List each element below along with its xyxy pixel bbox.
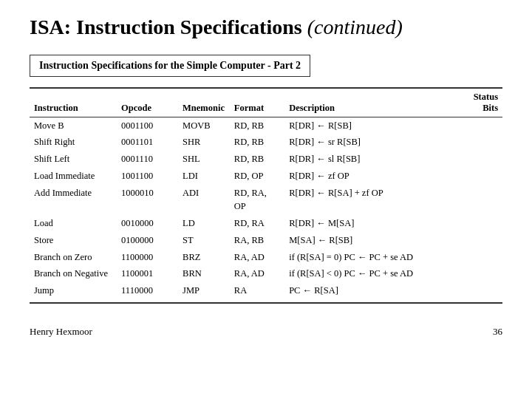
instruction-table: Instruction Opcode Mnemonic Format Descr… (30, 87, 502, 304)
footer-page-number: 36 (493, 326, 502, 338)
table-row: Branch on Zero1100000BRZRA, ADif (R[SA] … (30, 249, 502, 266)
header-status-bits: Status Bits (460, 88, 502, 117)
header-mnemonic: Mnemonic (178, 88, 230, 117)
table-row: Store0100000STRA, RBM[SA] ← R[SB] (30, 232, 502, 249)
footer-author: Henry Hexmoor (30, 326, 92, 338)
table-body: Move B0001100MOVBRD, RBR[DR] ← R[SB]Shif… (30, 117, 502, 303)
page: ISA: Instruction Specifications (continu… (0, 0, 532, 399)
subtitle: Instruction Specifications for the Simpl… (30, 55, 310, 77)
table-row: Branch on Negative1100001BRNRA, ADif (R[… (30, 265, 502, 282)
footer: Henry Hexmoor 36 (30, 326, 502, 338)
table-row: Jump1110000JMPRAPC ← R[SA] (30, 282, 502, 303)
title-main: ISA: Instruction Specifications (30, 16, 302, 38)
header-instruction: Instruction (30, 88, 117, 117)
table-row: Load Immediate1001100LDIRD, OPR[DR] ← zf… (30, 168, 502, 185)
table-row: Add Immediate1000010ADIRD, RA, OPR[DR] ←… (30, 185, 502, 216)
header-format: Format (230, 88, 284, 117)
table-row: Shift Left0001110SHLRD, RBR[DR] ← sl R[S… (30, 151, 502, 168)
instruction-table-container: Instruction Opcode Mnemonic Format Descr… (30, 87, 502, 304)
table-header-row: Instruction Opcode Mnemonic Format Descr… (30, 88, 502, 117)
table-row: Load0010000LDRD, RAR[DR] ← M[SA] (30, 215, 502, 232)
page-title: ISA: Instruction Specifications (continu… (30, 15, 502, 40)
title-continued: (continued) (307, 16, 403, 38)
header-description: Description (284, 88, 460, 117)
table-row: Move B0001100MOVBRD, RBR[DR] ← R[SB] (30, 117, 502, 134)
table-row: Shift Right0001101SHRRD, RBR[DR] ← sr R[… (30, 134, 502, 151)
header-opcode: Opcode (117, 88, 178, 117)
